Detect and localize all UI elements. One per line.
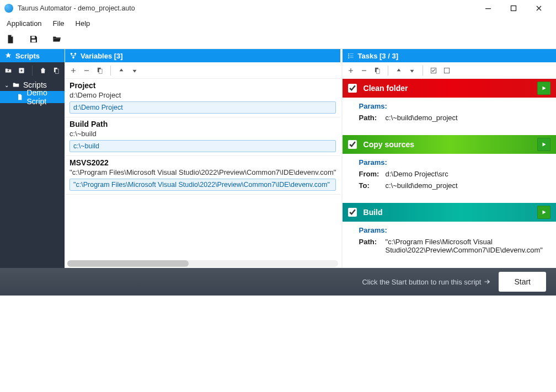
task-params: Params: From: d:\Demo Project\src To: c:… [343,154,556,202]
separator [32,66,33,76]
add-icon[interactable] [70,67,77,74]
run-task-button[interactable] [537,138,550,151]
param-row: Path: c:\~build\demo_project [359,114,543,122]
variables-icon [70,52,77,60]
task-checkbox[interactable] [348,84,357,93]
scripts-icon [4,52,12,60]
add-folder-icon[interactable] [4,67,12,74]
run-task-button[interactable] [537,82,550,95]
start-button[interactable]: Start [499,272,546,292]
scripts-tree: ⌄ Scripts Demo Script [0,79,65,103]
variable-item[interactable]: Build Path c:\~build c:\~build [65,117,340,156]
task-checkbox[interactable] [348,140,357,149]
task-title: Clean folder [363,84,408,93]
task-params: Params: Path: "c:\Program Files\Microsof… [343,222,556,266]
add-icon[interactable] [347,67,355,74]
uncheck-all-icon[interactable] [443,67,451,74]
menu-application[interactable]: Application [2,18,46,29]
task-title: Copy sources [363,140,415,149]
app-icon [4,4,13,13]
window-controls [475,0,552,17]
move-down-icon[interactable] [408,67,416,74]
variable-value: "c:\Program Files\Microsoft Visual Studi… [70,168,336,176]
variables-list: Project d:\Demo Project d:\Demo Project … [65,79,340,268]
check-all-icon[interactable] [430,67,437,74]
variable-name: Project [70,81,336,90]
tasks-toolbar [343,62,556,79]
remove-icon[interactable] [83,67,90,74]
delete-icon[interactable] [39,67,47,74]
task-params: Params: Path: c:\~build\demo_project [343,98,556,134]
scripts-header: Scripts [0,49,65,62]
svg-rect-11 [99,69,102,73]
variable-name: MSVS2022 [70,158,336,167]
variables-header: Variables [3] [65,49,340,62]
param-row: From: d:\Demo Project\src [359,170,543,178]
task-item: Clean folder Params: Path: c:\~build\dem… [343,79,556,134]
svg-rect-2 [31,36,35,39]
svg-rect-15 [444,68,449,73]
menu-help[interactable]: Help [71,18,95,29]
task-checkbox[interactable] [348,208,357,217]
runbar-hint: Click the Start button to run this scrip… [362,278,491,286]
param-value: c:\~build\demo_project [386,181,458,190]
maximize-button[interactable] [501,0,526,17]
svg-rect-1 [511,6,516,11]
params-header: Params: [359,102,543,110]
task-item: Build Params: Path: "c:\Program Files\Mi… [343,203,556,266]
add-script-icon[interactable] [18,67,25,74]
tasks-icon [347,52,355,60]
task-header[interactable]: Clean folder [343,79,556,98]
variable-edit-field[interactable]: "c:\Program Files\Microsoft Visual Studi… [70,179,336,191]
separator [423,66,423,76]
variable-value: c:\~build [70,130,336,138]
runbar: Click the Start button to run this scrip… [0,268,556,296]
tree-item-label: Demo Script [26,88,65,106]
scrollbar-thumb[interactable] [67,260,189,267]
variables-header-label: Variables [3] [81,52,123,60]
new-file-icon[interactable] [6,34,15,44]
horizontal-scrollbar[interactable] [67,260,338,267]
svg-rect-13 [376,69,379,73]
svg-point-7 [71,53,73,55]
scripts-panel: Scripts ⌄ Scripts Demo Script [0,49,65,268]
variables-panel: Variables [3] Project d:\Demo Project d:… [65,49,341,268]
variable-item[interactable]: MSVS2022 "c:\Program Files\Microsoft Vis… [65,156,340,195]
arrow-right-icon [483,278,491,286]
variable-value: d:\Demo Project [70,91,336,99]
duplicate-icon[interactable] [96,67,104,74]
move-up-icon[interactable] [395,67,403,74]
move-down-icon[interactable] [131,67,138,74]
param-value: c:\~build\demo_project [386,114,458,122]
menu-file[interactable]: File [49,18,69,29]
run-task-button[interactable] [537,206,550,219]
duplicate-icon[interactable] [373,67,381,74]
move-up-icon[interactable] [117,67,125,74]
task-header[interactable]: Copy sources [343,135,556,154]
tree-item-demo-script[interactable]: Demo Script [0,91,65,103]
variable-item[interactable]: Project d:\Demo Project d:\Demo Project [65,79,340,117]
variable-name: Build Path [70,120,336,128]
titlebar: Taurus Automator - demo_project.auto [0,0,556,17]
minimize-button[interactable] [475,0,501,17]
tasks-panel: Tasks [3 / 3] Clean folder P [343,49,556,268]
svg-rect-0 [485,8,491,9]
param-label: From: [359,170,382,178]
save-icon[interactable] [29,34,39,44]
open-folder-icon[interactable] [52,34,62,44]
tasks-header: Tasks [3 / 3] [343,49,556,62]
param-value: "c:\Program Files\Microsoft Visual Studi… [386,238,543,254]
close-button[interactable] [526,0,552,17]
remove-icon[interactable] [360,67,368,74]
task-header[interactable]: Build [343,203,556,222]
param-value: d:\Demo Project\src [386,170,448,178]
variable-edit-field[interactable]: d:\Demo Project [70,101,336,114]
copy-icon[interactable] [52,67,60,74]
task-item: Copy sources Params: From: d:\Demo Proje… [343,135,556,202]
param-label: To: [359,181,382,190]
task-title: Build [363,208,383,217]
variable-edit-field[interactable]: c:\~build [70,140,336,152]
tasks-header-label: Tasks [3 / 3] [358,52,398,60]
separator [388,66,388,76]
empty-area [0,296,556,392]
